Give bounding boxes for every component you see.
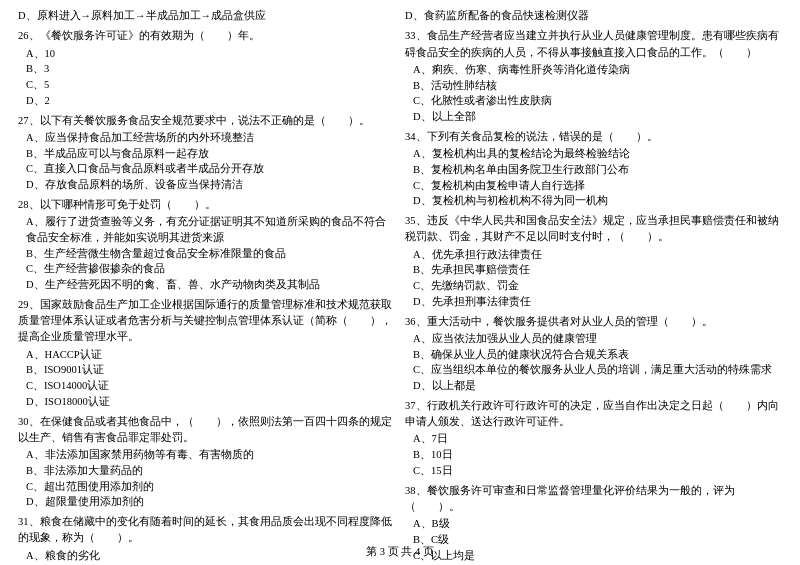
q-d-text: D、原料进入→原料加工→半成品加工→成品盒供应 [18,8,395,24]
q29-title: 29、国家鼓励食品生产加工企业根据国际通行的质量管理标准和技术规范获取质量管理体… [18,297,395,346]
q29-option-d: D、ISO18000认证 [18,394,395,410]
q38-title: 38、餐饮服务许可审查和日常监督管理量化评价结果为一般的，评为（ ）。 [405,483,782,516]
q34-option-a: A、复检机构出具的复检结论为最终检验结论 [405,146,782,162]
q34-option-d: D、复检机构与初检机构不得为同一机构 [405,193,782,209]
q26-option-c: C、5 [18,77,395,93]
q37-option-c: C、15日 [405,463,782,479]
q29-option-c: C、ISO14000认证 [18,378,395,394]
q26-option-b: B、3 [18,61,395,77]
q36-option-c: C、应当组织本单位的餐饮服务从业人员的培训，满足重大活动的特殊需求 [405,362,782,378]
question-28: 28、以下哪种情形可免于处罚（ ）。 A、履行了进货查验等义务，有充分证据证明其… [18,197,395,293]
q35-option-b: B、先承担民事赔偿责任 [405,262,782,278]
q33-option-a: A、痢疾、伤寒、病毒性肝炎等消化道传染病 [405,62,782,78]
page-container: D、原料进入→原料加工→半成品加工→成品盒供应 26、《餐饮服务许可证》的有效期… [0,0,800,565]
q28-title: 28、以下哪种情形可免于处罚（ ）。 [18,197,395,213]
question-26: 26、《餐饮服务许可证》的有效期为（ ）年。 A、10 B、3 C、5 D、2 [18,28,395,108]
q35-title: 35、违反《中华人民共和国食品安全法》规定，应当承担民事赔偿责任和被纳税罚款、罚… [405,213,782,246]
q30-option-d: D、超限量使用添加剂的 [18,494,395,510]
q31-title: 31、粮食在储藏中的变化有随着时间的延长，其食用品质会出现不同程度降低的现象，称… [18,514,395,547]
question-35: 35、违反《中华人民共和国食品安全法》规定，应当承担民事赔偿责任和被纳税罚款、罚… [405,213,782,310]
q34-title: 34、下列有关食品复检的说法，错误的是（ ）。 [405,129,782,145]
q26-option-a: A、10 [18,46,395,62]
question-33: 33、食品生产经营者应当建立并执行从业人员健康管理制度。患有哪些疾病有碍食品安全… [405,28,782,125]
q37-option-b: B、10日 [405,447,782,463]
q38-option-a: A、B级 [405,516,782,532]
q33-option-c: C、化脓性或者渗出性皮肤病 [405,93,782,109]
q36-option-b: B、确保从业人员的健康状况符合合规关系表 [405,347,782,363]
question-29: 29、国家鼓励食品生产加工企业根据国际通行的质量管理标准和技术规范获取质量管理体… [18,297,395,410]
q33-option-d: D、以上全部 [405,109,782,125]
q35-option-c: C、先缴纳罚款、罚金 [405,278,782,294]
q30-option-a: A、非法添加国家禁用药物等有毒、有害物质的 [18,447,395,463]
q29-option-a: A、HACCP认证 [18,347,395,363]
q27-option-d: D、存放食品原料的场所、设备应当保持清洁 [18,177,395,193]
right-column: D、食药监所配备的食品快速检测仪器 33、食品生产经营者应当建立并执行从业人员健… [405,8,782,565]
q28-option-d: D、生产经营死因不明的禽、畜、兽、水产动物肉类及其制品 [18,277,395,293]
q33-option-b: B、活动性肺结核 [405,78,782,94]
q33-title: 33、食品生产经营者应当建立并执行从业人员健康管理制度。患有哪些疾病有碍食品安全… [405,28,782,61]
q36-option-a: A、应当依法加强从业人员的健康管理 [405,331,782,347]
q27-title: 27、以下有关餐饮服务食品安全规范要求中，说法不正确的是（ ）。 [18,113,395,129]
q36-title: 36、重大活动中，餐饮服务提供者对从业人员的管理（ ）。 [405,314,782,330]
q30-option-b: B、非法添加大量药品的 [18,463,395,479]
q27-option-b: B、半成品应可以与食品原料一起存放 [18,146,395,162]
q37-option-a: A、7日 [405,431,782,447]
q27-option-c: C、直接入口食品与食品原料或者半成品分开存放 [18,161,395,177]
question-d-right: D、食药监所配备的食品快速检测仪器 [405,8,782,24]
q28-option-a: A、履行了进货查验等义务，有充分证据证明其不知道所采购的食品不符合食品安全标准，… [18,214,395,246]
question-d-left: D、原料进入→原料加工→半成品加工→成品盒供应 [18,8,395,24]
question-30: 30、在保健食品或者其他食品中，（ ），依照则法第一百四十四条的规定以生产、销售… [18,414,395,511]
q34-option-b: B、复检机构名单由国务院卫生行政部门公布 [405,162,782,178]
question-37: 37、行政机关行政许可行政许可的决定，应当自作出决定之日起（ ）内向申请人颁发、… [405,398,782,479]
question-36: 36、重大活动中，餐饮服务提供者对从业人员的管理（ ）。 A、应当依法加强从业人… [405,314,782,394]
question-27: 27、以下有关餐饮服务食品安全规范要求中，说法不正确的是（ ）。 A、应当保持食… [18,113,395,193]
q30-option-c: C、超出范围使用添加剂的 [18,479,395,495]
q26-option-d: D、2 [18,93,395,109]
page-footer: 第 3 页 共 4 页 [0,545,800,559]
question-34: 34、下列有关食品复检的说法，错误的是（ ）。 A、复检机构出具的复检结论为最终… [405,129,782,209]
q35-option-a: A、优先承担行政法律责任 [405,247,782,263]
q35-option-d: D、先承担刑事法律责任 [405,294,782,310]
q37-title: 37、行政机关行政许可行政许可的决定，应当自作出决定之日起（ ）内向申请人颁发、… [405,398,782,431]
q28-option-b: B、生产经营微生物含量超过食品安全标准限量的食品 [18,246,395,262]
left-column: D、原料进入→原料加工→半成品加工→成品盒供应 26、《餐饮服务许可证》的有效期… [18,8,395,565]
q27-option-a: A、应当保持食品加工经营场所的内外环境整洁 [18,130,395,146]
content-columns: D、原料进入→原料加工→半成品加工→成品盒供应 26、《餐饮服务许可证》的有效期… [18,8,782,565]
q26-title: 26、《餐饮服务许可证》的有效期为（ ）年。 [18,28,395,44]
q34-option-c: C、复检机构由复检申请人自行选择 [405,178,782,194]
q29-option-b: B、ISO9001认证 [18,362,395,378]
q30-title: 30、在保健食品或者其他食品中，（ ），依照则法第一百四十四条的规定以生产、销售… [18,414,395,447]
q36-option-d: D、以上都是 [405,378,782,394]
q-d2-text: D、食药监所配备的食品快速检测仪器 [405,8,782,24]
q28-option-c: C、生产经营掺假掺杂的食品 [18,261,395,277]
